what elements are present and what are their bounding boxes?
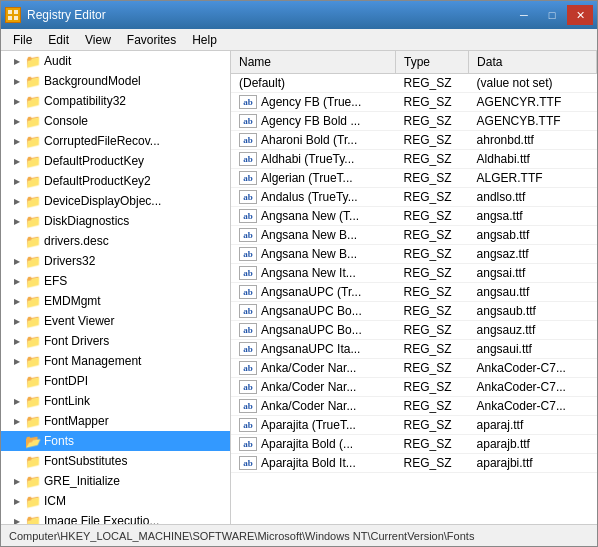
table-row[interactable]: abAngsana New B...REG_SZangsaz.ttf: [231, 244, 597, 263]
tree-item-gre-initialize[interactable]: ▶ 📁 GRE_Initialize: [1, 471, 230, 491]
tree-label: Font Management: [44, 354, 141, 368]
cell-name: abAldhabi (TrueTy...: [231, 149, 395, 168]
svg-rect-1: [14, 10, 18, 14]
menu-file[interactable]: File: [5, 31, 40, 49]
title-controls: ─ □ ✕: [511, 5, 593, 25]
table-row[interactable]: abAngsanaUPC Bo...REG_SZangsaub.ttf: [231, 301, 597, 320]
tree-item-compatibility32[interactable]: ▶ 📁 Compatibility32: [1, 91, 230, 111]
tree-item-efs[interactable]: ▶ 📁 EFS: [1, 271, 230, 291]
ab-icon: ab: [239, 323, 257, 337]
tree-item-driversdesc[interactable]: 📁 drivers.desc: [1, 231, 230, 251]
close-button[interactable]: ✕: [567, 5, 593, 25]
ab-icon: ab: [239, 190, 257, 204]
folder-icon: 📁: [25, 254, 41, 268]
menu-view[interactable]: View: [77, 31, 119, 49]
cell-type: REG_SZ: [395, 92, 468, 111]
folder-icon: 📁: [25, 354, 41, 368]
tree-item-icm[interactable]: ▶ 📁 ICM: [1, 491, 230, 511]
tree-label: CorruptedFileRecov...: [44, 134, 160, 148]
tree-item-console[interactable]: ▶ 📁 Console: [1, 111, 230, 131]
expand-icon: ▶: [9, 293, 25, 309]
tree-item-defaultproductkey2[interactable]: ▶ 📁 DefaultProductKey2: [1, 171, 230, 191]
table-row[interactable]: abAngsanaUPC Bo...REG_SZangsauz.ttf: [231, 320, 597, 339]
menu-favorites[interactable]: Favorites: [119, 31, 184, 49]
menu-edit[interactable]: Edit: [40, 31, 77, 49]
col-name[interactable]: Name: [231, 51, 395, 73]
ab-icon: ab: [239, 437, 257, 451]
tree-item-eventviewer[interactable]: ▶ 📁 Event Viewer: [1, 311, 230, 331]
cell-name: abAngsana New B...: [231, 225, 395, 244]
table-row[interactable]: abAparajita Bold It...REG_SZaparajbi.ttf: [231, 453, 597, 472]
tree-item-fontsubstitutes[interactable]: 📁 FontSubstitutes: [1, 451, 230, 471]
cell-data: angsab.ttf: [469, 225, 597, 244]
table-row[interactable]: abAparajita Bold (...REG_SZaparajb.ttf: [231, 434, 597, 453]
col-data[interactable]: Data: [469, 51, 597, 73]
tree-item-fontlink[interactable]: ▶ 📁 FontLink: [1, 391, 230, 411]
table-row[interactable]: (Default)REG_SZ(value not set): [231, 73, 597, 92]
cell-type: REG_SZ: [395, 301, 468, 320]
cell-type: REG_SZ: [395, 73, 468, 92]
cell-type: REG_SZ: [395, 358, 468, 377]
status-bar: Computer\HKEY_LOCAL_MACHINE\SOFTWARE\Mic…: [1, 524, 597, 546]
tree-panel[interactable]: ▶ 📁 Audit ▶ 📁 BackgroundModel ▶ 📁 Compat…: [1, 51, 231, 524]
cell-data: angsaui.ttf: [469, 339, 597, 358]
tree-item-imagefileexecution[interactable]: ▶ 📁 Image File Executio...: [1, 511, 230, 524]
tree-label: Event Viewer: [44, 314, 114, 328]
table-row[interactable]: abAngsana New B...REG_SZangsab.ttf: [231, 225, 597, 244]
minimize-button[interactable]: ─: [511, 5, 537, 25]
table-row[interactable]: abAparajita (TrueT...REG_SZaparaj.ttf: [231, 415, 597, 434]
cell-name: abAngsana New (T...: [231, 206, 395, 225]
table-row[interactable]: abAngsanaUPC Ita...REG_SZangsaui.ttf: [231, 339, 597, 358]
table-row[interactable]: abAgency FB Bold ...REG_SZAGENCYB.TTF: [231, 111, 597, 130]
table-row[interactable]: abAngsana New (T...REG_SZangsa.ttf: [231, 206, 597, 225]
table-row[interactable]: abAnka/Coder Nar...REG_SZAnkaCoder-C7...: [231, 396, 597, 415]
ab-icon: ab: [239, 228, 257, 242]
cell-type: REG_SZ: [395, 339, 468, 358]
ab-icon: ab: [239, 380, 257, 394]
tree-item-fonts[interactable]: 📂 Fonts: [1, 431, 230, 451]
expand-icon: ▶: [9, 513, 25, 524]
table-row[interactable]: abAlgerian (TrueT...REG_SZALGER.TTF: [231, 168, 597, 187]
tree-item-fontmapper[interactable]: ▶ 📁 FontMapper: [1, 411, 230, 431]
tree-item-drivers32[interactable]: ▶ 📁 Drivers32: [1, 251, 230, 271]
cell-name: abAngsanaUPC Bo...: [231, 301, 395, 320]
tree-item-emdmgmt[interactable]: ▶ 📁 EMDMgmt: [1, 291, 230, 311]
tree-item-audit[interactable]: ▶ 📁 Audit: [1, 51, 230, 71]
tree-label: ICM: [44, 494, 66, 508]
table-row[interactable]: abAgency FB (True...REG_SZAGENCYR.TTF: [231, 92, 597, 111]
table-row[interactable]: abAldhabi (TrueTy...REG_SZAldhabi.ttf: [231, 149, 597, 168]
tree-item-defaultproductkey[interactable]: ▶ 📁 DefaultProductKey: [1, 151, 230, 171]
cell-data: (value not set): [469, 73, 597, 92]
tree-item-devicedisplayobjec[interactable]: ▶ 📁 DeviceDisplayObjec...: [1, 191, 230, 211]
tree-label: FontMapper: [44, 414, 109, 428]
cell-type: REG_SZ: [395, 415, 468, 434]
menu-help[interactable]: Help: [184, 31, 225, 49]
tree-item-diskdiagnostics[interactable]: ▶ 📁 DiskDiagnostics: [1, 211, 230, 231]
cell-name: abAngsanaUPC (Tr...: [231, 282, 395, 301]
table-row[interactable]: abAnka/Coder Nar...REG_SZAnkaCoder-C7...: [231, 377, 597, 396]
entry-name: Anka/Coder Nar...: [261, 380, 356, 394]
expand-icon: ▶: [9, 393, 25, 409]
entry-name: (Default): [239, 76, 285, 90]
ab-icon: ab: [239, 152, 257, 166]
ab-icon: ab: [239, 95, 257, 109]
cell-name: abAparajita Bold It...: [231, 453, 395, 472]
table-row[interactable]: abAngsanaUPC (Tr...REG_SZangsau.ttf: [231, 282, 597, 301]
cell-type: REG_SZ: [395, 168, 468, 187]
table-row[interactable]: abAngsana New It...REG_SZangsai.ttf: [231, 263, 597, 282]
tree-item-backgroundmodel[interactable]: ▶ 📁 BackgroundModel: [1, 71, 230, 91]
table-row[interactable]: abAndalus (TrueTy...REG_SZandlso.ttf: [231, 187, 597, 206]
tree-item-fontmanagement[interactable]: ▶ 📁 Font Management: [1, 351, 230, 371]
tree-item-fontdrivers[interactable]: ▶ 📁 Font Drivers: [1, 331, 230, 351]
folder-icon: 📁: [25, 134, 41, 148]
table-row[interactable]: abAnka/Coder Nar...REG_SZAnkaCoder-C7...: [231, 358, 597, 377]
expand-icon: ▶: [9, 333, 25, 349]
folder-icon: 📁: [25, 514, 41, 524]
tree-item-corruptedfilerecov[interactable]: ▶ 📁 CorruptedFileRecov...: [1, 131, 230, 151]
cell-type: REG_SZ: [395, 244, 468, 263]
tree-item-fontdpi[interactable]: 📁 FontDPI: [1, 371, 230, 391]
table-header-row: Name Type Data: [231, 51, 597, 73]
table-row[interactable]: abAharoni Bold (Tr...REG_SZahronbd.ttf: [231, 130, 597, 149]
maximize-button[interactable]: □: [539, 5, 565, 25]
col-type[interactable]: Type: [395, 51, 468, 73]
